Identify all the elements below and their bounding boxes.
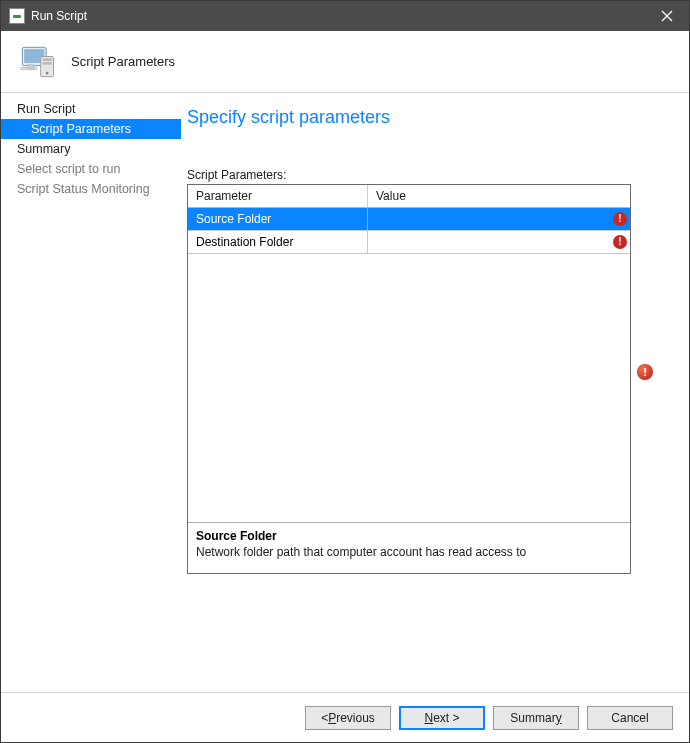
header-label: Script Parameters: [71, 54, 175, 69]
grid-header: Parameter Value: [188, 185, 630, 208]
cancel-button[interactable]: Cancel: [587, 706, 673, 730]
wizard-body: Run Script Script Parameters Summary Sel…: [1, 93, 689, 692]
sidebar-item-summary[interactable]: Summary: [1, 139, 181, 159]
error-icon: !: [613, 235, 627, 249]
grid-empty-area: [188, 254, 630, 522]
sidebar-item-select-script[interactable]: Select script to run: [1, 159, 181, 179]
close-button[interactable]: [644, 1, 689, 31]
wizard-header: Script Parameters: [1, 31, 689, 93]
app-icon: [9, 8, 25, 24]
computer-icon: [13, 38, 61, 86]
main-panel: Specify script parameters Script Paramet…: [181, 93, 689, 692]
cell-param: Destination Folder: [188, 231, 368, 253]
grid-row[interactable]: Source Folder !: [188, 208, 630, 231]
close-icon: [661, 10, 673, 22]
params-area: Parameter Value Source Folder ! Destinat…: [187, 184, 671, 574]
sidebar-item-run-script[interactable]: Run Script: [1, 99, 181, 119]
page-title: Specify script parameters: [187, 107, 671, 128]
description-text: Network folder path that computer accoun…: [196, 545, 622, 559]
description-box: Source Folder Network folder path that c…: [188, 522, 630, 573]
cell-param: Source Folder: [188, 208, 368, 230]
panel-error-indicator: !: [637, 364, 655, 382]
wizard-window: Run Script Script Parameters Run: [0, 0, 690, 743]
svg-rect-5: [43, 58, 52, 61]
svg-rect-9: [28, 64, 34, 68]
sidebar-item-status-monitoring[interactable]: Script Status Monitoring: [1, 179, 181, 199]
col-header-value[interactable]: Value: [368, 185, 630, 207]
previous-button[interactable]: < Previous: [305, 706, 391, 730]
cell-value[interactable]: !: [368, 208, 630, 230]
svg-rect-6: [43, 62, 52, 65]
summary-button[interactable]: Summary: [493, 706, 579, 730]
params-grid[interactable]: Parameter Value Source Folder ! Destinat…: [187, 184, 631, 574]
params-label: Script Parameters:: [187, 168, 671, 182]
sidebar-item-script-parameters[interactable]: Script Parameters: [1, 119, 181, 139]
error-icon: !: [613, 212, 627, 226]
error-icon: !: [637, 364, 653, 380]
svg-point-7: [46, 71, 49, 74]
window-title: Run Script: [31, 9, 644, 23]
next-button[interactable]: Next >: [399, 706, 485, 730]
description-title: Source Folder: [196, 529, 622, 543]
col-header-parameter[interactable]: Parameter: [188, 185, 368, 207]
wizard-footer: < Previous Next > Summary Cancel: [1, 692, 689, 742]
grid-row[interactable]: Destination Folder !: [188, 231, 630, 254]
titlebar[interactable]: Run Script: [1, 1, 689, 31]
cell-value[interactable]: !: [368, 231, 630, 253]
wizard-sidebar: Run Script Script Parameters Summary Sel…: [1, 93, 181, 692]
